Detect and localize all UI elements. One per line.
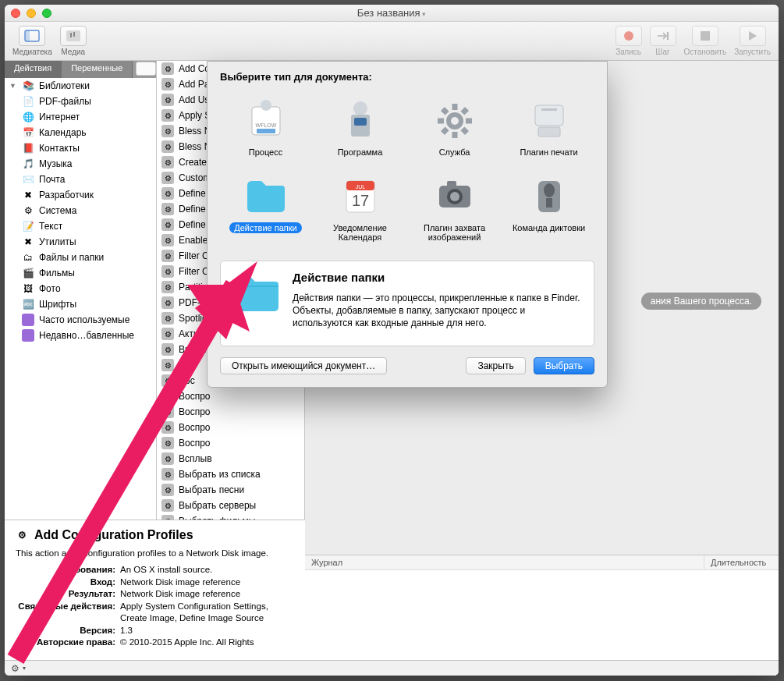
svg-text:JUL: JUL: [355, 184, 365, 190]
action-item[interactable]: ⚙Воспро: [157, 388, 304, 404]
category-item[interactable]: ✉️Почта: [5, 172, 156, 187]
action-item[interactable]: ⚙Всплыв: [157, 451, 304, 466]
category-item[interactable]: 🎵Музыка: [5, 156, 156, 172]
category-item[interactable]: 🔤Шрифты: [5, 296, 156, 312]
svg-point-8: [353, 101, 367, 115]
svg-rect-1: [25, 30, 30, 41]
search-input[interactable]: [136, 62, 156, 76]
folder-icon: [232, 271, 282, 314]
category-item[interactable]: 🌐Интернет: [5, 109, 156, 125]
media-button[interactable]: Медиа: [60, 26, 87, 56]
statusbar: ⚙︎▾: [5, 660, 779, 676]
action-item[interactable]: ⚙Выбрать из списка: [157, 466, 304, 482]
svg-line-15: [442, 129, 447, 133]
template-tile[interactable]: Действие папки: [220, 166, 311, 248]
template-description: Действие папки Действия папки — это проц…: [220, 261, 594, 346]
svg-point-7: [261, 100, 271, 111]
action-item[interactable]: ⚙Выбрать песни: [157, 482, 304, 498]
step-button[interactable]: Шаг: [650, 26, 676, 56]
stop-icon: [692, 26, 718, 46]
category-item[interactable]: 📕Контакты: [5, 140, 156, 156]
action-info-panel: ⚙︎Add Configuration Profiles This action…: [5, 520, 305, 660]
play-icon: [740, 26, 766, 46]
svg-point-30: [450, 192, 459, 201]
template-chooser-sheet: Выберите тип для документа: WFLOWПроцесс…: [207, 61, 608, 388]
close-button[interactable]: Закрыть: [466, 357, 525, 374]
svg-rect-23: [541, 108, 557, 111]
svg-rect-3: [667, 32, 669, 40]
category-item[interactable]: ✖Разработчик: [5, 187, 156, 203]
smart-group-item[interactable]: Часто используемые: [5, 312, 156, 328]
category-item[interactable]: 📝Текст: [5, 218, 156, 234]
library-button[interactable]: Медиатека: [12, 26, 52, 56]
template-tile[interactable]: Служба: [409, 90, 500, 163]
svg-line-19: [462, 108, 466, 113]
svg-rect-10: [354, 118, 367, 126]
category-item[interactable]: 🗂Файлы и папки: [5, 250, 156, 265]
template-tile[interactable]: Команда диктовки: [503, 166, 594, 248]
svg-point-20: [451, 117, 459, 125]
action-item[interactable]: ⚙Воспро: [157, 404, 304, 420]
record-button[interactable]: Запись: [615, 26, 642, 56]
window-title[interactable]: Без названия: [5, 7, 779, 19]
workflow-hint: ания Вашего процесса.: [641, 293, 761, 310]
step-icon: [650, 26, 676, 46]
tab-variables[interactable]: Переменные: [62, 61, 133, 78]
category-item[interactable]: 📅Календарь: [5, 125, 156, 140]
template-tile[interactable]: Плагин печати: [503, 90, 594, 163]
sheet-heading: Выберите тип для документа:: [208, 62, 607, 87]
svg-line-13: [462, 129, 466, 133]
open-existing-button[interactable]: Открыть имеющийся документ…: [220, 357, 387, 374]
action-item[interactable]: ⚙Воспро: [157, 420, 304, 435]
titlebar: Без названия: [5, 5, 779, 22]
category-item[interactable]: 🖼Фото: [5, 281, 156, 296]
action-item[interactable]: ⚙Выбрать серверы: [157, 498, 304, 513]
automator-robot-icon: ⚙︎: [16, 529, 28, 541]
svg-rect-34: [546, 198, 552, 207]
log-panel: Журнал Длительность ☰ ▥: [305, 555, 779, 676]
library-header[interactable]: ▼📚Библиотеки: [5, 78, 156, 94]
gear-icon[interactable]: ⚙︎: [11, 663, 20, 674]
svg-line-17: [442, 108, 447, 113]
smart-group-item[interactable]: Недавно…бавленные: [5, 328, 156, 343]
category-item[interactable]: 🎬Фильмы: [5, 265, 156, 281]
svg-rect-31: [447, 181, 456, 187]
action-item[interactable]: ⚙Воспро: [157, 435, 304, 451]
category-item[interactable]: 📄PDF-файлы: [5, 94, 156, 109]
library-icon: 📚: [22, 80, 34, 92]
category-item[interactable]: ⚙Система: [5, 203, 156, 218]
svg-point-33: [544, 183, 555, 197]
tab-actions[interactable]: Действия: [5, 61, 62, 78]
category-item[interactable]: ✖Утилиты: [5, 234, 156, 250]
run-button[interactable]: Запустить: [734, 26, 771, 56]
log-col-duration[interactable]: Длительность: [704, 555, 779, 569]
template-tile[interactable]: JUL17Уведомление Календаря: [314, 166, 406, 248]
svg-rect-5: [257, 129, 275, 133]
template-grid: WFLOWПроцессПрограммаСлужбаПлагин печати…: [208, 87, 607, 256]
template-tile[interactable]: WFLOWПроцесс: [220, 90, 311, 163]
svg-rect-21: [535, 105, 563, 126]
template-tile[interactable]: Плагин захвата изображений: [409, 166, 500, 248]
svg-rect-22: [538, 127, 560, 137]
template-tile[interactable]: Программа: [314, 90, 406, 163]
toolbar: Медиатека Медиа Запись Шаг Остановить: [5, 22, 779, 61]
choose-button[interactable]: Выбрать: [534, 357, 594, 374]
stop-button[interactable]: Остановить: [684, 26, 727, 56]
svg-text:17: 17: [351, 192, 368, 209]
log-col-journal[interactable]: Журнал: [305, 555, 704, 569]
svg-text:WFLOW: WFLOW: [255, 122, 276, 128]
